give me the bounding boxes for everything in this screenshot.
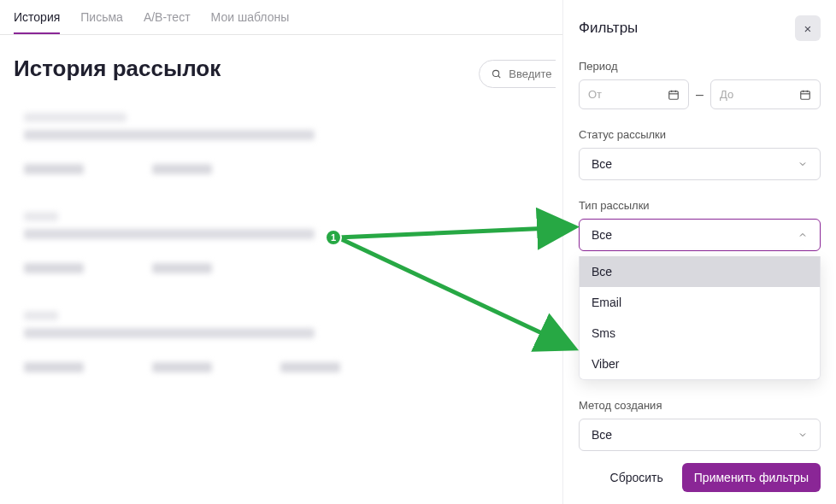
tab-letters[interactable]: Письма [80, 10, 123, 34]
date-to-placeholder: До [720, 88, 733, 101]
method-label: Метод создания [579, 399, 821, 412]
search-input[interactable] [509, 67, 556, 80]
chevron-down-icon [798, 430, 808, 440]
type-option-sms[interactable]: Sms [580, 318, 820, 349]
campaign-card[interactable] [14, 297, 497, 386]
search-container [479, 60, 556, 88]
type-dropdown: Все Email Sms Viber [579, 256, 821, 380]
filters-title: Фильтры [579, 20, 638, 37]
type-value: Все [592, 228, 612, 242]
calendar-icon [799, 89, 811, 101]
type-option-viber[interactable]: Viber [580, 349, 820, 379]
search-box[interactable] [479, 60, 556, 88]
tab-abtest[interactable]: A/B-тест [144, 10, 191, 34]
date-to-input[interactable]: До [710, 79, 821, 109]
filters-sidebar: Фильтры × Период От – До Статус рассылки… [562, 0, 836, 504]
status-label: Статус рассылки [579, 128, 821, 141]
period-label: Период [579, 60, 821, 73]
status-select[interactable]: Все [579, 148, 821, 180]
close-icon: × [804, 21, 812, 36]
tab-history[interactable]: История [14, 10, 60, 34]
svg-line-1 [498, 75, 501, 78]
status-value: Все [592, 157, 612, 171]
search-icon [492, 68, 502, 80]
type-select[interactable]: Все [579, 219, 821, 251]
tab-templates[interactable]: Мои шаблоны [211, 10, 290, 34]
type-option-email[interactable]: Email [580, 287, 820, 318]
reset-button[interactable]: Сбросить [600, 463, 674, 492]
campaign-card[interactable] [14, 99, 497, 188]
svg-point-0 [493, 70, 499, 76]
apply-filters-button[interactable]: Применить фильтры [682, 463, 821, 492]
type-option-all[interactable]: Все [580, 256, 820, 287]
date-from-placeholder: От [588, 88, 602, 101]
svg-rect-6 [801, 91, 810, 98]
method-value: Все [592, 428, 612, 442]
chevron-down-icon [798, 159, 808, 169]
date-from-input[interactable]: От [579, 79, 689, 109]
campaign-card[interactable] [14, 198, 497, 287]
method-select[interactable]: Все [579, 419, 821, 451]
calendar-icon [668, 89, 680, 101]
svg-rect-2 [669, 91, 679, 98]
type-label: Тип рассылки [579, 199, 821, 212]
close-filters-button[interactable]: × [795, 15, 821, 41]
chevron-up-icon [798, 230, 808, 240]
date-range-dash: – [696, 87, 704, 103]
